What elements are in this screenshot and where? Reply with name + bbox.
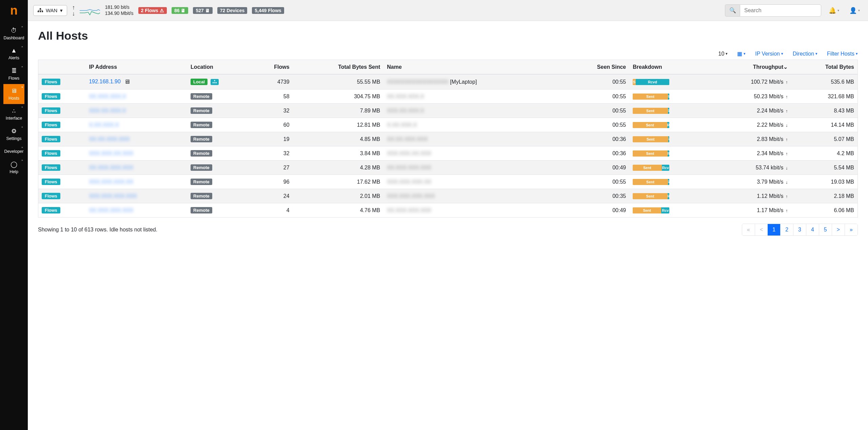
column-header[interactable]: Total Bytes Sent — [293, 60, 384, 75]
pill-ok-hosts[interactable]: 86 🖥 — [172, 7, 189, 14]
ip-version-filter[interactable]: IP Version ▾ — [755, 50, 783, 57]
table-row: FlowsX.XX.XXX.XRemote6012.81 MBX.XX.XXX.… — [38, 118, 858, 132]
table-toolbar: 10 ▾ ▦▾ IP Version ▾ Direction ▾ Filter … — [38, 50, 858, 57]
pagination-page[interactable]: 1 — [768, 224, 780, 236]
chevron-down-icon: ▾ — [815, 52, 817, 56]
total-bytes: 5.54 MB — [791, 161, 857, 175]
column-header[interactable] — [38, 60, 86, 75]
flows-button[interactable]: Flows — [42, 79, 60, 85]
page-title: All Hosts — [38, 29, 858, 42]
search-button[interactable]: 🔍 — [725, 4, 740, 17]
pagination-prev[interactable]: < — [755, 224, 768, 236]
warning-icon: ⚠ — [160, 8, 164, 13]
ip-address-link[interactable]: XXX.XX.XXX.X — [89, 108, 126, 114]
svg-rect-6 — [214, 82, 215, 83]
user-menu-button[interactable]: 👤 ▾ — [847, 5, 863, 16]
bytes-sent: 4.85 MB — [293, 132, 384, 146]
bytes-sent: 12.81 MB — [293, 118, 384, 132]
flows-button[interactable]: Flows — [42, 122, 60, 128]
dashboard-icon: ⏱ — [3, 27, 24, 34]
filter-hosts[interactable]: Filter Hosts ▾ — [827, 50, 858, 57]
sidebar-item-label: Flows — [3, 76, 24, 81]
sidebar-item-interface[interactable]: ▸⛬Interface — [3, 104, 24, 124]
total-bytes: 4.2 MB — [791, 146, 857, 161]
pagination-page[interactable]: 2 — [780, 224, 793, 236]
pagination-last[interactable]: » — [845, 224, 857, 236]
pagination-next[interactable]: > — [832, 224, 845, 236]
throughput: 53.74 kbit/s ↓ — [710, 161, 791, 175]
host-name: XXX.XXX.XXX.XX — [383, 175, 563, 189]
column-header[interactable]: Flows — [252, 60, 293, 75]
svg-rect-2 — [40, 11, 41, 12]
ip-address-link[interactable]: X.XX.XXX.X — [89, 122, 119, 128]
chevron-right-icon: ▸ — [22, 45, 23, 48]
monitor-icon: 🖥 — [124, 78, 130, 85]
seen-since: 00:49 — [563, 161, 630, 175]
pagination-page[interactable]: 4 — [806, 224, 819, 236]
flows-button[interactable]: Flows — [42, 93, 60, 100]
sidebar-item-alerts[interactable]: ▸▲Alerts — [3, 44, 24, 64]
sidebar-item-hosts[interactable]: ▸🖥Hosts — [3, 84, 24, 104]
bytes-sent: 4.28 MB — [293, 161, 384, 175]
host-name: XX.XXX.XXX.X — [383, 89, 563, 104]
network-icon — [211, 79, 219, 85]
flows-count: 4739 — [252, 74, 293, 89]
sidebar-item-settings[interactable]: ▸⚙Settings — [3, 124, 24, 144]
flows-icon: ≣ — [3, 67, 24, 75]
location-badge: Remote — [191, 93, 212, 100]
pagination-page[interactable]: 3 — [793, 224, 806, 236]
table-row: FlowsXXX.XXX.XXX.XXXRemote242.01 MBXXX.X… — [38, 189, 858, 203]
column-header[interactable]: Throughput⌄ — [710, 60, 791, 75]
chevron-right-icon: ▸ — [22, 85, 23, 88]
sidebar-item-flows[interactable]: ▸≣Flows — [3, 64, 24, 84]
page-size-selector[interactable]: 10 ▾ — [718, 50, 728, 57]
sidebar-item-label: Settings — [3, 136, 24, 141]
flows-button[interactable]: Flows — [42, 136, 60, 142]
column-header[interactable]: Seen Since — [563, 60, 630, 75]
ip-address-link[interactable]: XXX.XXX.XX.XXX — [89, 150, 133, 157]
sidebar-item-help[interactable]: ▸◯Help — [3, 157, 24, 178]
throughput: 2.24 Mbit/s ↑ — [710, 104, 791, 118]
flows-button[interactable]: Flows — [42, 164, 60, 171]
sidebar-item-developer[interactable]: ▸Developer — [3, 144, 24, 157]
notifications-button[interactable]: 🔔 ▾ — [826, 5, 842, 16]
pill-flows[interactable]: 5,449 Flows — [252, 7, 284, 14]
svg-rect-4 — [214, 80, 215, 81]
column-header[interactable]: Breakdown — [629, 60, 710, 75]
ip-address-link[interactable]: XX.XXX.XXX.XXX — [89, 165, 133, 171]
interface-selector[interactable]: WAN ▾ — [33, 5, 67, 16]
breakdown-bar: SentR — [629, 189, 710, 203]
table-row: FlowsXX.XX.XXX.XXXRemote194.85 MBXX.XX.X… — [38, 132, 858, 146]
location-badge: Remote — [191, 179, 212, 185]
pagination-first[interactable]: « — [742, 224, 755, 236]
chevron-right-icon: ▸ — [22, 25, 23, 28]
trend-icon: ↑ — [786, 194, 788, 199]
column-header[interactable]: Location — [187, 60, 252, 75]
column-header[interactable]: Total Bytes — [791, 60, 857, 75]
column-header[interactable]: IP Address — [85, 60, 187, 75]
column-header[interactable]: Name — [383, 60, 563, 75]
breakdown-bar: SentR — [629, 175, 710, 189]
breakdown-bar: SRcvd — [629, 74, 710, 89]
search-input[interactable] — [740, 4, 821, 17]
flows-button[interactable]: Flows — [42, 150, 60, 157]
ip-address-link[interactable]: XX.XX.XXX.XXX — [89, 136, 130, 142]
ip-address-link[interactable]: XXX.XXX.XXX.XX — [89, 179, 133, 185]
direction-filter[interactable]: Direction ▾ — [793, 50, 817, 57]
sidebar-item-dashboard[interactable]: ▸⏱Dashboard — [3, 24, 24, 44]
sidebar-item-label: Interface — [3, 116, 24, 121]
pill-hosts[interactable]: 527 🖥 — [193, 7, 212, 14]
pagination-page[interactable]: 5 — [819, 224, 832, 236]
flows-button[interactable]: Flows — [42, 107, 60, 114]
columns-selector[interactable]: ▦▾ — [737, 50, 746, 57]
ip-address-link[interactable]: 192.168.1.90 — [89, 79, 120, 84]
flows-button[interactable]: Flows — [42, 207, 60, 213]
flows-button[interactable]: Flows — [42, 179, 60, 185]
ip-address-link[interactable]: XX.XXX.XXX.XXX — [89, 207, 133, 213]
pill-devices[interactable]: 72 Devices — [217, 7, 247, 14]
flows-button[interactable]: Flows — [42, 193, 60, 199]
ip-address-link[interactable]: XX.XXX.XXX.X — [89, 94, 126, 100]
ip-address-link[interactable]: XXX.XXX.XXX.XXX — [89, 193, 137, 199]
location-badge: Remote — [191, 107, 212, 114]
pill-flow-alerts[interactable]: 2 Flows ⚠ — [138, 7, 167, 14]
